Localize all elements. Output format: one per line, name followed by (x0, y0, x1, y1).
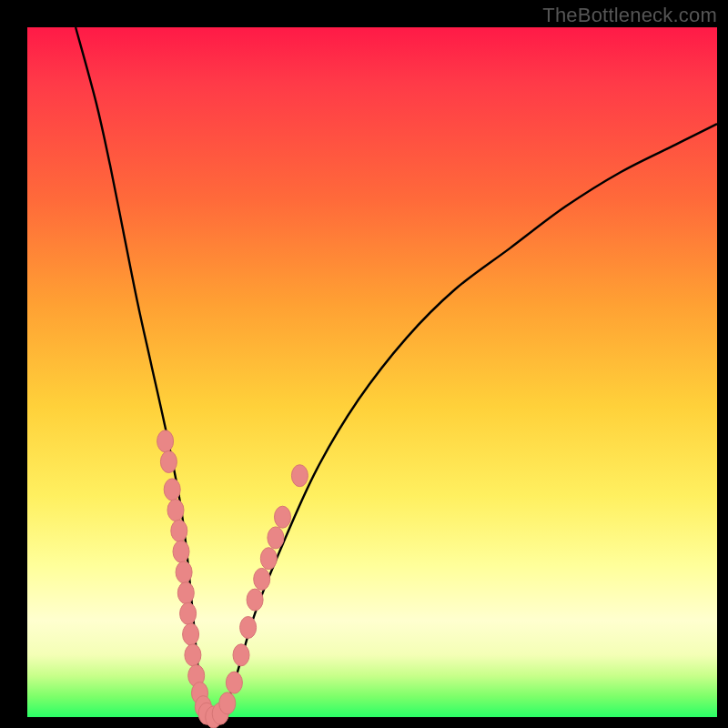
curve-marker (219, 693, 236, 714)
curve-marker (260, 548, 277, 570)
chart-frame: TheBottleneck.com (0, 0, 728, 728)
curve-marker (160, 451, 177, 473)
curve-marker (183, 623, 199, 645)
curve-marker (247, 589, 263, 611)
curve-marker (275, 506, 291, 528)
curve-svg (27, 27, 717, 717)
curve-marker (157, 430, 174, 452)
curve-marker (240, 617, 257, 639)
curve-marker (291, 465, 308, 487)
curve-marker (177, 582, 194, 604)
plot-area (27, 27, 717, 717)
curve-marker (176, 561, 192, 583)
watermark-text: TheBottleneck.com (542, 4, 717, 27)
curve-marker (185, 644, 201, 666)
curve-marker (164, 479, 180, 500)
curve-marker (233, 644, 249, 666)
curve-marker (180, 602, 197, 624)
curve-marker (254, 568, 270, 590)
curve-marker (173, 541, 189, 562)
bottleneck-curve (76, 27, 717, 722)
curve-marker (167, 500, 184, 521)
curve-marker (171, 520, 187, 541)
curve-markers (157, 430, 308, 728)
curve-marker (268, 527, 284, 549)
curve-marker (226, 672, 242, 693)
